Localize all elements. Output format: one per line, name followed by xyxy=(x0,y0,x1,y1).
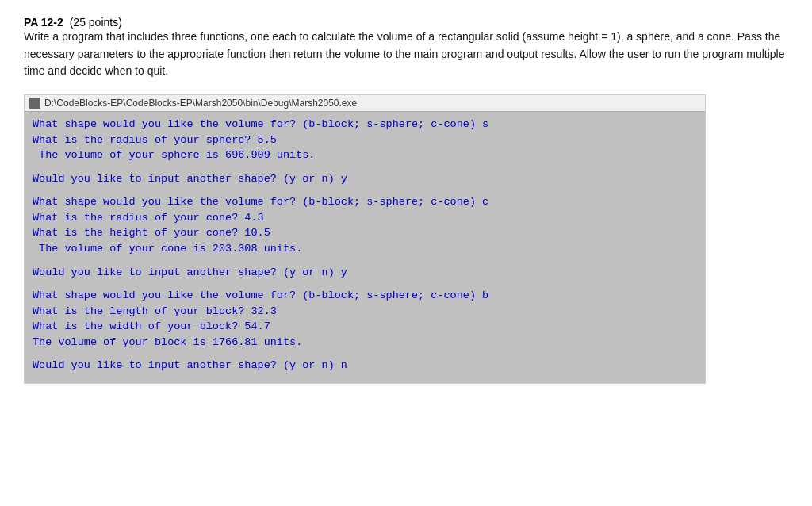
terminal-line: What shape would you like the volume for… xyxy=(33,194,697,210)
terminal-icon xyxy=(29,98,40,109)
problem-title-text: PA 12-2 xyxy=(24,16,63,29)
terminal-blank-line xyxy=(33,350,697,358)
problem-points: (25 points) xyxy=(70,16,122,29)
terminal-line: The volume of your block is 1766.81 unit… xyxy=(33,335,697,351)
terminal-window: D:\CodeBlocks-EP\CodeBlocks-EP\Marsh2050… xyxy=(24,94,706,384)
problem-description: Write a program that includes three func… xyxy=(24,29,785,80)
terminal-line: Would you like to input another shape? (… xyxy=(33,171,697,187)
terminal-line: What shape would you like the volume for… xyxy=(33,117,697,132)
terminal-line: The volume of your sphere is 696.909 uni… xyxy=(33,148,697,163)
terminal-titlebar: D:\CodeBlocks-EP\CodeBlocks-EP\Marsh2050… xyxy=(25,95,705,112)
terminal-blank-line xyxy=(33,186,697,194)
terminal-line: What is the height of your cone? 10.5 xyxy=(33,225,697,241)
terminal-line: What shape would you like the volume for… xyxy=(33,288,697,304)
terminal-line: Would you like to input another shape? (… xyxy=(33,265,697,281)
terminal-line: What is the length of your block? 32.3 xyxy=(33,304,697,320)
terminal-blank-line xyxy=(33,163,697,171)
terminal-line: What is the radius of your sphere? 5.5 xyxy=(33,132,697,148)
terminal-path: D:\CodeBlocks-EP\CodeBlocks-EP\Marsh2050… xyxy=(44,98,357,109)
terminal-blank-line xyxy=(33,280,697,288)
terminal-line: Would you like to input another shape? (… xyxy=(33,358,697,374)
terminal-body: What shape would you like the volume for… xyxy=(25,112,705,383)
terminal-line: What is the radius of your cone? 4.3 xyxy=(33,210,697,226)
terminal-blank-line xyxy=(33,257,697,265)
problem-header: PA 12-2 (25 points) xyxy=(24,16,788,29)
terminal-line: The volume of your cone is 203.308 units… xyxy=(33,241,697,257)
terminal-line: What is the width of your block? 54.7 xyxy=(33,319,697,335)
description-text: Write a program that includes three func… xyxy=(24,30,785,77)
